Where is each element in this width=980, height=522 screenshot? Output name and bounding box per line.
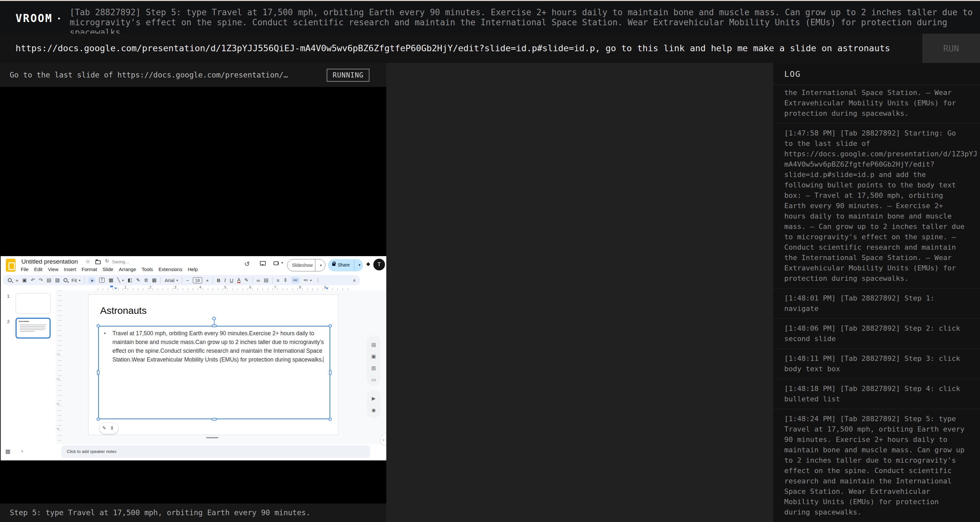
keep-icon[interactable]: ▣ xyxy=(367,351,380,363)
slideshow-caret-icon[interactable]: ▾ xyxy=(320,263,322,268)
collapse-toolbar-icon[interactable]: ∧ xyxy=(353,278,356,283)
text-color-icon[interactable]: A xyxy=(237,278,240,283)
body-text[interactable]: Travel at 17,500 mph, orbiting Earth eve… xyxy=(113,329,330,364)
prompt-bar[interactable]: https://docs.google.com/presentation/d/1… xyxy=(0,34,980,63)
scribble-icon[interactable]: ✎ xyxy=(102,425,106,431)
insert-line-icon[interactable]: ╲ xyxy=(117,277,120,283)
log-panel[interactable]: LOG the International Space Station. – W… xyxy=(773,63,980,522)
border-weight-icon[interactable]: ≣ xyxy=(144,277,148,283)
calendar-icon[interactable]: ▤ xyxy=(367,340,380,351)
record-icon[interactable]: ◉ xyxy=(367,405,380,417)
rotate-handle[interactable] xyxy=(212,317,216,320)
move-folder-icon[interactable] xyxy=(95,260,101,264)
indent-marker[interactable] xyxy=(110,286,113,287)
selection-handle-sw[interactable] xyxy=(97,418,100,421)
contacts-icon[interactable]: ▥ xyxy=(367,363,380,375)
avatar[interactable]: T xyxy=(373,259,385,270)
log-entries[interactable]: the International Space Station. – Wear … xyxy=(773,85,980,522)
slide-filmstrip[interactable]: 1 2 Astronauts xyxy=(1,291,56,460)
body-textbox-selected[interactable]: • Travel at 17,500 mph, orbiting Earth e… xyxy=(98,326,330,419)
more-options-icon[interactable]: ⋮ xyxy=(316,277,320,283)
selection-handle-e[interactable] xyxy=(329,370,331,375)
run-button[interactable]: RUN xyxy=(922,34,980,63)
floating-format-bar[interactable]: ✎ ⇕ xyxy=(100,423,118,434)
fit-caret-icon[interactable]: ▾ xyxy=(79,278,80,282)
select-tool-icon[interactable]: ➤ xyxy=(89,277,95,283)
menu-tools[interactable]: Tools xyxy=(142,267,153,272)
google-slides-app[interactable]: Untitled presentation ☆ ↻ Saving… File E… xyxy=(1,256,386,460)
menu-help[interactable]: Help xyxy=(188,267,198,272)
comments-icon[interactable] xyxy=(260,261,266,265)
numbered-caret-icon[interactable]: ▾ xyxy=(310,278,312,282)
menu-format[interactable]: Format xyxy=(82,267,97,272)
search-menus-icon[interactable] xyxy=(8,278,12,282)
zoom-icon[interactable] xyxy=(64,278,67,282)
share-button[interactable]: Share ▾ xyxy=(328,259,363,271)
speaker-notes-box[interactable]: Click to add speaker notes xyxy=(62,445,370,458)
slide-thumbnail-2-selected[interactable]: Astronauts xyxy=(16,318,51,338)
line-caret-icon[interactable]: ▾ xyxy=(122,278,124,282)
font-size-field[interactable]: 18 xyxy=(193,277,202,283)
print-icon[interactable]: ▤ xyxy=(47,277,51,283)
textbox-tool-icon[interactable]: T xyxy=(99,278,105,283)
font-family-dropdown[interactable]: Arial xyxy=(165,278,174,283)
selection-handle-ne[interactable] xyxy=(329,324,332,327)
border-dash-icon[interactable]: ▦ xyxy=(152,277,156,283)
menu-arrange[interactable]: Arrange xyxy=(119,267,136,272)
selection-handle-s[interactable] xyxy=(212,418,217,420)
align-icon[interactable]: ≡ xyxy=(277,278,279,283)
highlight-icon[interactable]: ✎ xyxy=(244,277,248,283)
menu-file[interactable]: File xyxy=(21,267,29,272)
back-chevron-icon[interactable]: ‹ xyxy=(21,448,23,454)
add-comment-icon[interactable]: ▤ xyxy=(264,277,268,283)
insert-image-icon[interactable]: ▩ xyxy=(108,277,113,283)
presentation-title[interactable]: Untitled presentation xyxy=(21,258,78,265)
meet-camera-icon[interactable] xyxy=(274,261,279,265)
task-bar[interactable]: Go to the last slide of https://docs.goo… xyxy=(0,63,386,87)
star-icon[interactable]: ☆ xyxy=(86,259,90,265)
italic-icon[interactable]: I xyxy=(224,278,226,283)
slide-page[interactable]: Astronauts • Travel at 17,500 mph, orbit… xyxy=(88,294,338,435)
menu-insert[interactable]: Insert xyxy=(64,267,76,272)
zoom-in-icon[interactable]: + xyxy=(16,278,19,283)
camera-caret-icon[interactable]: ▾ xyxy=(281,261,283,265)
folder-icon[interactable]: ▭ xyxy=(367,375,380,386)
slides-logo-icon[interactable] xyxy=(6,259,16,272)
underline-icon[interactable]: U xyxy=(230,278,233,283)
fit-dropdown[interactable]: Fit xyxy=(71,278,77,283)
prompt-input[interactable]: https://docs.google.com/presentation/d/1… xyxy=(16,34,890,63)
font-caret-icon[interactable]: ▾ xyxy=(176,278,178,282)
selection-handle-se[interactable] xyxy=(329,418,332,421)
line-spacing-icon[interactable]: ⇕ xyxy=(283,277,288,283)
paint-format-icon[interactable]: ▧ xyxy=(55,277,60,283)
fill-color-icon[interactable]: ◧ xyxy=(128,277,132,283)
grid-view-icon[interactable]: ▦ xyxy=(5,448,10,455)
insert-link-icon[interactable]: ∞ xyxy=(257,278,260,283)
border-color-icon[interactable]: ✎ xyxy=(136,277,140,283)
redo-icon[interactable]: ↷ xyxy=(39,277,43,283)
decrease-font-icon[interactable]: − xyxy=(186,278,189,283)
browser-screenshot[interactable]: Untitled presentation ☆ ↻ Saving… File E… xyxy=(0,87,386,503)
notes-resize-handle[interactable] xyxy=(206,437,218,438)
slide-title[interactable]: Astronauts xyxy=(100,305,146,316)
menu-extensions[interactable]: Extensions xyxy=(159,267,182,272)
menu-edit[interactable]: Edit xyxy=(34,267,43,272)
selection-handle-n[interactable] xyxy=(212,324,217,327)
new-slide-icon[interactable]: ▣ xyxy=(22,277,27,283)
increase-font-icon[interactable]: + xyxy=(206,278,209,283)
slide-thumbnail-1[interactable] xyxy=(16,293,51,314)
slideshow-button[interactable]: Slideshow ▾ xyxy=(287,259,325,271)
gemini-sparkle-icon[interactable]: ◆ xyxy=(366,261,370,267)
add-video-icon[interactable]: ▶ xyxy=(367,394,380,405)
autofit-icon[interactable]: ⇕ xyxy=(110,425,114,431)
selection-handle-nw[interactable] xyxy=(97,324,100,327)
menu-view[interactable]: View xyxy=(48,267,58,272)
slide-canvas-area[interactable]: Astronauts • Travel at 17,500 mph, orbit… xyxy=(56,291,386,444)
version-history-icon[interactable]: ↺ xyxy=(244,260,250,268)
undo-icon[interactable]: ↶ xyxy=(31,277,35,283)
bulleted-list-icon[interactable]: ≔ xyxy=(291,277,299,283)
menu-slide[interactable]: Slide xyxy=(102,267,113,272)
numbered-list-icon[interactable]: ≕ xyxy=(303,277,308,283)
share-caret-icon[interactable]: ▾ xyxy=(358,263,360,267)
bold-icon[interactable]: B xyxy=(217,278,220,283)
